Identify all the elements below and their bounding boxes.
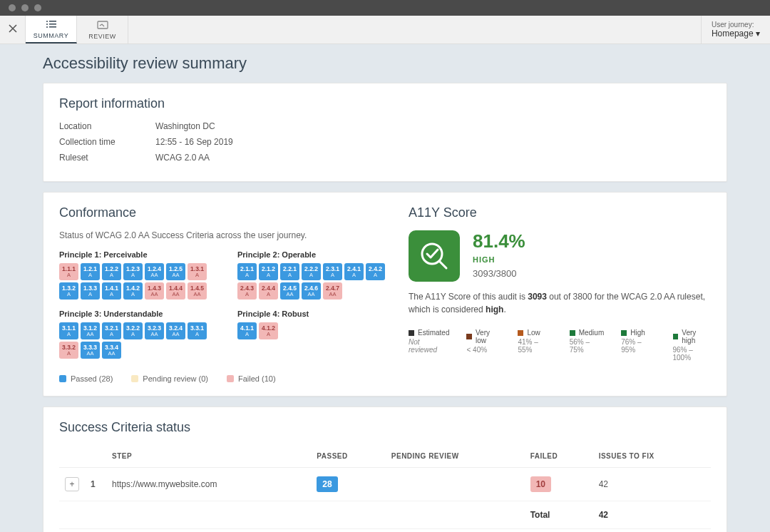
report-info-value: Washington DC [155,121,215,131]
criterion-chip[interactable]: 1.4.2A [123,282,143,300]
criterion-chip[interactable]: 1.4.3AA [145,282,164,300]
list-icon [46,19,57,31]
card-icon [97,20,108,31]
criterion-chip[interactable]: 3.1.2AA [81,322,100,339]
criterion-chip[interactable]: 2.4.7AA [323,282,342,300]
report-info-row: Collection time12:55 - 16 Sep 2019 [59,137,711,147]
criterion-chip[interactable]: 4.1.1A [237,322,257,339]
criterion-chip[interactable]: 3.2.1A [102,322,121,339]
svg-point-0 [46,21,48,22]
traffic-light-close[interactable] [9,4,16,11]
criterion-chip[interactable]: 3.2.3AA [145,322,164,339]
criterion-chip[interactable]: 3.2.2A [123,322,143,339]
criterion-chip[interactable]: 1.1.1A [59,263,78,280]
criterion-chip[interactable]: 2.1.1A [237,263,257,280]
criterion-chip[interactable]: 3.2.4AA [166,322,185,339]
conformance-card: Conformance Status of WCAG 2.0 AA Succes… [43,192,727,397]
conformance-legend: Passed (28) Pending review (0) Failed (1… [59,374,387,383]
legend-failed: Failed (10) [227,374,276,383]
tab-summary-label: SUMMARY [34,32,68,39]
criterion-chip[interactable]: 1.3.1A [188,263,207,280]
conformance-heading: Conformance [59,205,387,220]
report-info-label: Ruleset [59,153,155,163]
criterion-chip[interactable]: 2.4.2A [366,263,385,280]
status-column-header: FAILED [525,445,593,468]
table-row: + 1 https://www.mywebsite.com 28 10 42 [59,468,711,501]
status-column-header: PENDING REVIEW [386,445,525,468]
criterion-chip[interactable]: 4.1.2A [259,322,278,339]
user-journey-label: User journey: [712,21,760,29]
a11y-score-percent: 81.4% [473,230,525,252]
close-button[interactable] [0,16,26,44]
a11y-score-description: The A11Y Score of this audit is 3093 out… [409,290,708,316]
topbar: SUMMARY REVIEW User journey: Homepage ▾ [0,16,770,44]
criterion-chip[interactable]: 2.4.3A [237,282,257,300]
criterion-chip[interactable]: 1.3.3A [81,282,100,300]
criterion-chip[interactable]: 2.4.4A [259,282,278,300]
criterion-chip[interactable]: 2.4.1A [344,263,364,280]
criterion-chip[interactable]: 1.2.1A [81,263,100,280]
expand-button[interactable]: + [65,477,79,491]
principle-block: Principle 2: Operable2.1.1A2.1.2A2.2.1A2… [237,250,387,305]
status-column-header [59,445,85,468]
tab-review[interactable]: REVIEW [77,16,128,44]
a11y-legend: EstimatedNot reviewedVery low< 40%Low41%… [409,329,711,362]
svg-rect-5 [49,26,56,28]
criterion-chip[interactable]: 2.4.6AA [302,282,321,300]
tab-review-label: REVIEW [88,33,116,40]
status-column-header: PASSED [311,445,385,468]
a11y-score-fraction: 3093/3800 [473,268,525,279]
svg-line-8 [439,261,446,268]
criterion-chip[interactable]: 2.2.2A [302,263,321,280]
user-journey-selector[interactable]: User journey: Homepage ▾ [701,16,770,44]
criterion-chip[interactable]: 1.4.4AA [166,282,185,300]
criterion-chip[interactable]: 3.3.2A [59,342,78,359]
report-info-value: WCAG 2.0 AA [155,153,210,163]
page-title: Accessibility review summary [43,54,727,73]
report-info-card: Report information LocationWashington DC… [43,83,727,182]
status-column-header: ISSUES TO FIX [593,445,711,468]
criterion-chip[interactable]: 1.2.3A [123,263,143,280]
tab-summary[interactable]: SUMMARY [26,16,77,44]
svg-point-4 [46,26,48,28]
report-info-value: 12:55 - 16 Sep 2019 [155,137,233,147]
svg-rect-1 [49,21,56,22]
status-column-header: STEP [106,445,311,468]
a11y-legend-item: Very high96% – 100% [673,329,712,362]
principle-title: Principle 3: Understandable [59,310,209,318]
criterion-chip[interactable]: 3.3.4AA [102,342,121,359]
criterion-chip[interactable]: 2.1.2A [259,263,278,280]
a11y-legend-item: Low41% – 55% [518,329,552,362]
total-issues: 42 [593,501,711,529]
criterion-chip[interactable]: 3.1.1A [59,322,78,339]
plus-icon: + [69,479,74,489]
a11y-legend-item: Very low< 40% [466,329,500,362]
criterion-chip[interactable]: 2.3.1A [323,263,342,280]
criterion-chip[interactable]: 2.4.5AA [280,282,299,300]
criterion-chip[interactable]: 1.4.5AA [188,282,207,300]
svg-point-2 [46,24,48,25]
traffic-light-min[interactable] [21,4,29,11]
report-info-heading: Report information [59,96,711,111]
failed-badge: 10 [530,476,551,492]
traffic-light-max[interactable] [34,4,41,11]
status-heading: Success Criteria status [59,420,711,435]
criterion-chip[interactable]: 1.2.5AA [166,263,185,280]
status-card: Success Criteria status STEPPASSEDPENDIN… [43,406,727,532]
a11y-legend-item: EstimatedNot reviewed [409,329,449,362]
principle-title: Principle 4: Robust [237,310,387,318]
issues-cell: 42 [593,468,711,501]
principle-title: Principle 2: Operable [237,250,387,259]
criterion-chip[interactable]: 1.2.2A [102,263,121,280]
criterion-chip[interactable]: 3.3.3AA [81,342,100,359]
criterion-chip[interactable]: 1.4.1A [102,282,121,300]
criterion-chip[interactable]: 3.3.1A [188,322,207,339]
criterion-chip[interactable]: 2.2.1A [280,263,299,280]
row-step: https://www.mywebsite.com [106,468,311,501]
total-label: Total [525,501,593,529]
criterion-chip[interactable]: 1.3.2A [59,282,78,300]
principle-block: Principle 1: Perceivable1.1.1A1.2.1A1.2.… [59,250,209,305]
criterion-chip[interactable]: 1.2.4AA [145,263,164,280]
legend-passed: Passed (28) [59,374,113,383]
window-chrome [0,0,770,16]
